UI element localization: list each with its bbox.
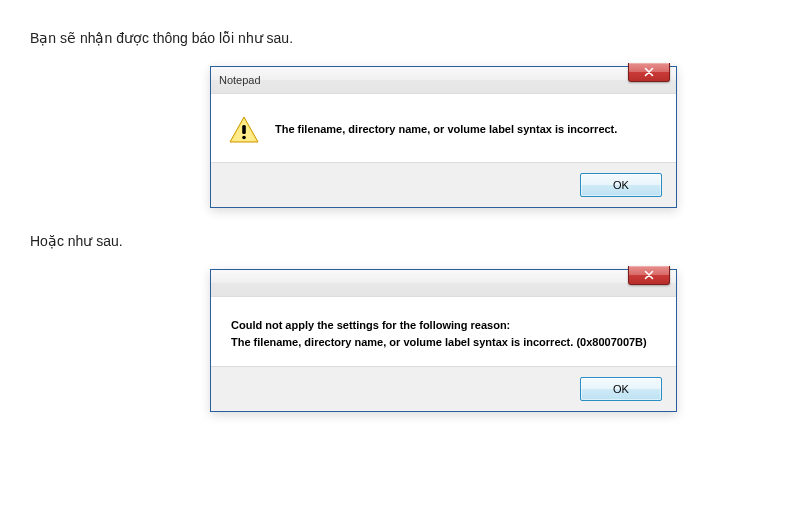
error-reason-line2: The filename, directory name, or volume …: [231, 334, 656, 351]
titlebar: [211, 270, 676, 297]
intro-text: Bạn sẽ nhận được thông báo lỗi như sau.: [30, 30, 770, 46]
error-dialog-2: Could not apply the settings for the fol…: [210, 269, 677, 412]
ok-button[interactable]: OK: [580, 173, 662, 197]
titlebar: Notepad: [211, 67, 676, 94]
close-icon: [644, 270, 654, 280]
error-message: The filename, directory name, or volume …: [275, 122, 617, 137]
svg-point-1: [242, 136, 246, 140]
window-title: Notepad: [219, 74, 261, 86]
close-icon: [644, 67, 654, 77]
svg-rect-0: [242, 125, 246, 134]
dialog-footer: OK: [211, 162, 676, 207]
close-button[interactable]: [628, 63, 670, 82]
error-reason-line1: Could not apply the settings for the fol…: [231, 317, 656, 334]
error-dialog-1: Notepad The filename, directory name, or…: [210, 66, 677, 208]
ok-button[interactable]: OK: [580, 377, 662, 401]
close-button[interactable]: [628, 266, 670, 285]
warning-icon: [229, 116, 259, 144]
separator-text: Hoặc như sau.: [30, 233, 770, 249]
dialog-footer: OK: [211, 366, 676, 411]
